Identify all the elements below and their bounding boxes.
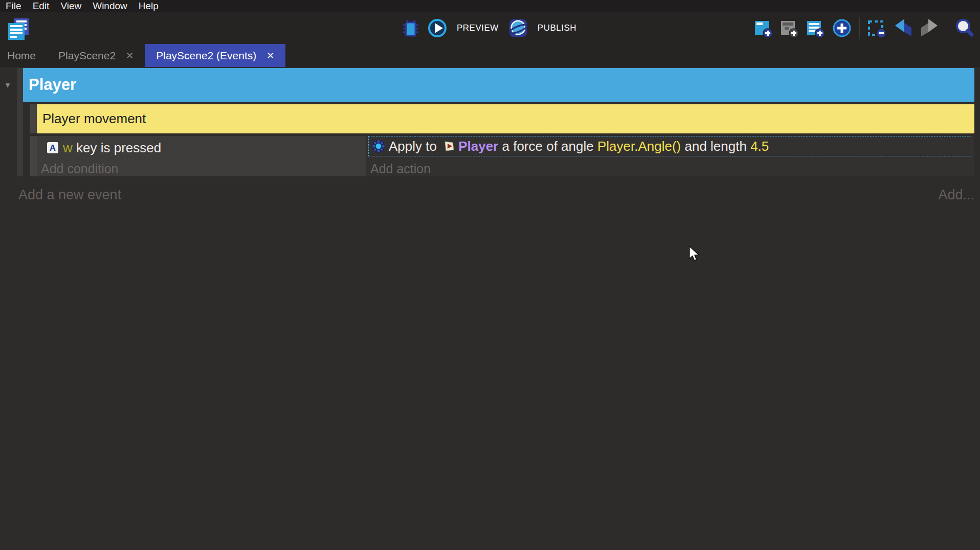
add-comment-button[interactable] — [806, 17, 826, 39]
toolbar-separator — [947, 17, 947, 39]
add-new-event-button[interactable]: Add a new event — [18, 187, 121, 203]
add-condition-button[interactable]: Add condition — [41, 162, 119, 176]
publish-label[interactable]: PUBLISH — [538, 23, 576, 33]
action-text: and length — [681, 139, 750, 154]
menu-file[interactable]: File — [0, 0, 27, 12]
debug-icon — [400, 18, 421, 38]
redo-button[interactable] — [919, 17, 940, 39]
keyboard-key-icon: A — [46, 141, 59, 154]
add-subevent-icon — [779, 17, 800, 39]
undo-button[interactable] — [893, 17, 914, 39]
menu-window[interactable]: Window — [87, 0, 133, 12]
tab-playscene2-events-label: PlayScene2 (Events) — [156, 50, 256, 62]
mouse-cursor — [688, 246, 701, 264]
menu-edit[interactable]: Edit — [27, 0, 55, 12]
undo-icon — [893, 18, 914, 38]
action-value: 4.5 — [750, 139, 769, 154]
tab-home-label: Home — [7, 50, 36, 62]
preview-play-icon — [427, 18, 448, 38]
delete-selection-icon — [867, 17, 887, 39]
tab-playscene2-events[interactable]: PlayScene2 (Events) ✕ — [145, 44, 285, 67]
toolbar-right — [753, 12, 975, 44]
add-event-button[interactable] — [753, 17, 774, 39]
search-icon — [954, 18, 975, 38]
comment-block[interactable]: Player movement — [37, 104, 974, 133]
gdevelop-window: File Edit View Window Help — [0, 0, 980, 550]
action-text: Apply to — [389, 139, 440, 154]
close-tab-icon[interactable]: ✕ — [126, 50, 133, 61]
preview-label[interactable]: PREVIEW — [457, 23, 499, 33]
player-object-icon — [443, 141, 455, 152]
action-expression: Player.Angle() — [597, 139, 681, 154]
group-title: Player — [23, 76, 76, 94]
event-drag-handle[interactable] — [30, 136, 37, 176]
add-subevent-button[interactable] — [779, 17, 800, 39]
menu-view[interactable]: View — [55, 0, 87, 12]
tab-playscene2[interactable]: PlayScene2 ✕ — [47, 44, 145, 67]
delete-selection-button[interactable] — [867, 17, 887, 39]
preview-button[interactable] — [427, 17, 448, 39]
add-event-icon — [753, 17, 774, 39]
add-more-button[interactable]: Add... — [938, 187, 974, 203]
condition-item[interactable]: A w key is pressed — [43, 139, 161, 156]
menu-bar: File Edit View Window Help — [0, 0, 980, 12]
debug-button[interactable] — [400, 17, 421, 39]
publish-globe-icon — [508, 17, 528, 39]
force-action-icon — [372, 140, 385, 153]
event-group-rail — [17, 68, 23, 176]
menu-help[interactable]: Help — [133, 0, 164, 12]
search-button[interactable] — [954, 17, 975, 39]
toolbar-separator — [859, 17, 860, 39]
comment-drag-handle[interactable] — [30, 104, 37, 133]
event-group-header[interactable]: Player — [23, 68, 974, 102]
comment-text: Player movement — [37, 111, 146, 127]
chevron-down-icon[interactable]: ▾ — [2, 80, 13, 91]
add-comment-icon — [806, 17, 826, 39]
publish-button[interactable] — [508, 17, 528, 39]
tab-home[interactable]: Home — [0, 44, 47, 67]
add-circle-icon — [832, 18, 852, 38]
redo-icon — [919, 18, 940, 38]
svg-text:A: A — [50, 143, 56, 153]
add-something-button[interactable] — [832, 17, 852, 39]
action-text: a force of angle — [498, 139, 597, 154]
tab-playscene2-label: PlayScene2 — [58, 50, 116, 62]
add-action-button[interactable]: Add action — [370, 162, 431, 176]
tab-bar: Home PlayScene2 ✕ PlayScene2 (Events) ✕ — [0, 44, 980, 67]
action-object-name: Player — [458, 139, 498, 154]
action-item-selected[interactable]: Apply to Player a force of angle Player.… — [368, 136, 971, 156]
close-tab-icon[interactable]: ✕ — [266, 50, 274, 61]
condition-text: key is pressed — [73, 140, 161, 156]
condition-key-value: w — [63, 140, 73, 156]
